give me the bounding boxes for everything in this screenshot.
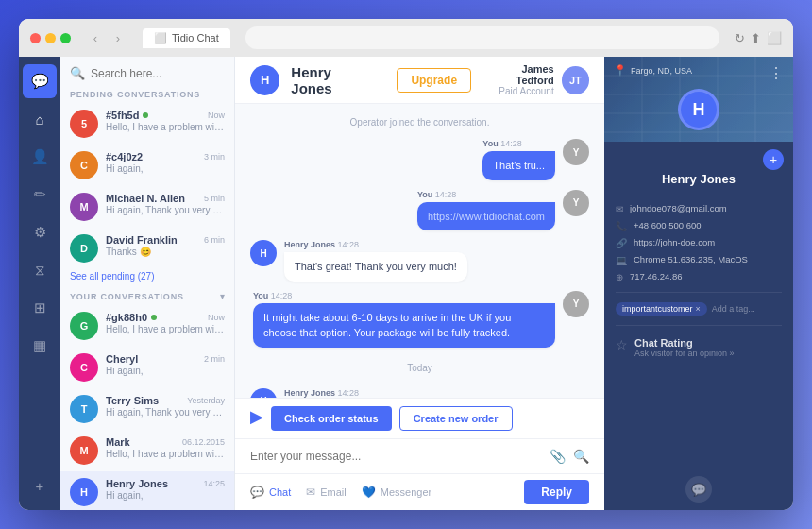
url-bar[interactable] — [245, 26, 719, 49]
conv-name: Terry Sims — [106, 395, 159, 406]
sidebar-icon-home[interactable]: ⌂ — [23, 102, 57, 136]
user-website: https://john-doe.com — [634, 237, 715, 247]
chat-area: H Henry Jones Upgrade James Tedford Paid… — [235, 57, 604, 510]
conv-content: #gk88h0 Now Hello, I have a problem with… — [106, 312, 225, 334]
conv-name: #gk88h0 — [106, 312, 147, 323]
chart-icon: ▦ — [33, 337, 46, 354]
conv-item-michael[interactable]: M Michael N. Allen 5 min Hi again, Thank… — [60, 186, 234, 228]
chat-header-avatar: H — [250, 65, 279, 95]
search-message-icon[interactable]: 🔍 — [573, 449, 589, 464]
upgrade-button[interactable]: Upgrade — [397, 68, 471, 93]
agent-info: James Tedford Paid Account JT — [482, 63, 589, 96]
browser-dots — [30, 33, 71, 43]
more-options-icon[interactable]: ⋮ — [769, 64, 784, 82]
browser-bar: ‹ › ⬜ Tidio Chat ↻ ⬆ ⬜ — [19, 19, 793, 57]
home-icon: ⌂ — [35, 111, 43, 128]
conv-item-terry[interactable]: T Terry Sims Yesterday Hi again, Thank y… — [60, 388, 234, 430]
tag-important[interactable]: importantcustomer × — [616, 302, 707, 316]
attachment-icon[interactable]: 📎 — [550, 449, 566, 464]
message-bubble: https://www.tidiochat.com — [417, 202, 555, 231]
conv-item-c4j0z2[interactable]: C #c4j0z2 3 min Hi again, — [60, 145, 234, 186]
app-container: 💬 ⌂ 👤 ✏ ⚙ ⧖ ⊞ ▦ + — [19, 57, 793, 510]
system-message: Operator joined the conversation. — [250, 115, 589, 129]
sidebar-icon-equalizer[interactable]: ⧖ — [23, 253, 57, 287]
agent-avatar: JT — [562, 66, 589, 94]
browser-icon: 💻 — [616, 255, 627, 265]
conv-time: 3 min — [204, 152, 225, 162]
chat-tab-label: Chat — [269, 486, 291, 498]
share-icon[interactable]: ⬆ — [751, 31, 761, 45]
conv-content: David Franklin 6 min Thanks 😊 — [106, 234, 225, 257]
refresh-icon[interactable]: ↻ — [735, 31, 745, 45]
add-contact-button[interactable]: + — [763, 149, 784, 170]
add-tag-button[interactable]: Add a tag... — [712, 304, 755, 314]
tab-email[interactable]: ✉ Email — [306, 486, 347, 499]
browser-tab[interactable]: ⬜ Tidio Chat — [143, 28, 230, 48]
user-browser-row: 💻 Chrome 51.636.235, MacOS — [616, 254, 782, 265]
your-conversations-section: YOUR CONVERSATIONS ▾ — [60, 287, 234, 305]
conv-preview: Hi again, — [106, 490, 225, 501]
sidebar-icon-chart[interactable]: ▦ — [23, 329, 57, 363]
sidebar-icon-grid[interactable]: ⊞ — [23, 291, 57, 325]
star-icon[interactable]: ☆ — [616, 337, 628, 352]
email-tab-label: Email — [320, 486, 347, 498]
input-actions: 📎 🔍 — [550, 449, 589, 464]
messages-area: Operator joined the conversation. Y You … — [235, 104, 604, 398]
conv-time: Now — [208, 111, 225, 120]
conv-name: #c4j0z2 — [106, 151, 143, 162]
conv-item-david[interactable]: D David Franklin 6 min Thanks 😊 — [60, 228, 234, 269]
bottom-icon-area: 💬 — [604, 469, 793, 510]
conv-name: Mark — [106, 436, 130, 448]
status-dot-online — [143, 112, 148, 118]
agent-name: James Tedford — [482, 63, 554, 86]
tab-messenger[interactable]: 💙 Messenger — [362, 486, 431, 499]
feedback-icon[interactable]: 💬 — [685, 476, 712, 503]
message-body: You 14:28 It might take about 6-10 days … — [253, 291, 555, 348]
conv-preview: Thanks 😊 — [106, 247, 225, 257]
sidebar-icon-contacts[interactable]: 👤 — [23, 140, 57, 174]
message-input[interactable] — [250, 450, 542, 463]
conv-item-5fh5d[interactable]: 5 #5fh5d Now Hello, I have a problem wit… — [60, 103, 234, 145]
chat-header-name: Henry Jones — [291, 64, 374, 96]
sidebar-icon-chat[interactable]: 💬 — [23, 64, 57, 98]
conv-item-mark[interactable]: M Mark 06.12.2015 Hello, I have a proble… — [60, 430, 234, 471]
add-icon: + — [36, 478, 44, 494]
divider — [616, 325, 782, 326]
sidebar-icons: 💬 ⌂ 👤 ✏ ⚙ ⧖ ⊞ ▦ + — [19, 57, 60, 510]
create-new-order-button[interactable]: Create new order — [399, 406, 513, 431]
user-name: Henry Jones — [616, 172, 782, 186]
play-icon[interactable]: ▶ — [250, 406, 263, 431]
sidebar-icon-add[interactable]: + — [23, 469, 57, 503]
chat-rating-section: ☆ Chat Rating Ask visitor for an opinion… — [604, 330, 793, 366]
message-avatar: Y — [563, 291, 589, 317]
messenger-tab-icon: 💙 — [362, 486, 376, 499]
message-bubble: It might take about 6-10 days to arrive … — [253, 303, 555, 348]
conv-item-henry[interactable]: H Henry Jones 14:25 Hi again, — [60, 471, 234, 510]
tab-chat[interactable]: 💬 Chat — [250, 486, 291, 499]
search-input[interactable] — [91, 67, 232, 80]
chevron-down-icon[interactable]: ▾ — [220, 291, 225, 301]
tag-remove-icon[interactable]: × — [696, 304, 701, 314]
minimize-dot[interactable] — [45, 33, 56, 43]
back-button[interactable]: ‹ — [86, 28, 105, 47]
sidebar-icon-settings[interactable]: ⚙ — [23, 215, 57, 249]
divider — [616, 292, 782, 293]
reply-button[interactable]: Reply — [524, 480, 589, 504]
conv-content: Michael N. Allen 5 min Hi again, Thank y… — [106, 193, 225, 215]
message-group: Y You 14:28 https://www.tidiochat.com — [250, 190, 589, 231]
see-all-pending-link[interactable]: See all pending (27) — [60, 269, 234, 287]
message-meta: You 14:28 — [482, 139, 555, 148]
sidebar-icon-compose[interactable]: ✏ — [23, 178, 57, 212]
conv-time: 14:25 — [203, 479, 225, 488]
close-dot[interactable] — [30, 33, 41, 43]
conv-name: David Franklin — [106, 234, 178, 246]
conv-item-gk88h0[interactable]: G #gk88h0 Now Hello, I have a problem wi… — [60, 305, 234, 347]
check-order-status-button[interactable]: Check order status — [271, 406, 392, 431]
conv-item-cheryl[interactable]: C Cheryl 2 min Hi again, — [60, 347, 234, 388]
conversations-panel: 🔍 PENDING CONVERSATIONS 5 #5fh5d Now Hel… — [60, 57, 235, 510]
maximize-dot[interactable] — [60, 33, 71, 43]
conv-preview: Hi again, — [106, 163, 225, 174]
newtab-icon[interactable]: ⬜ — [767, 31, 782, 45]
forward-button[interactable]: › — [109, 28, 127, 47]
settings-icon: ⚙ — [34, 224, 46, 241]
